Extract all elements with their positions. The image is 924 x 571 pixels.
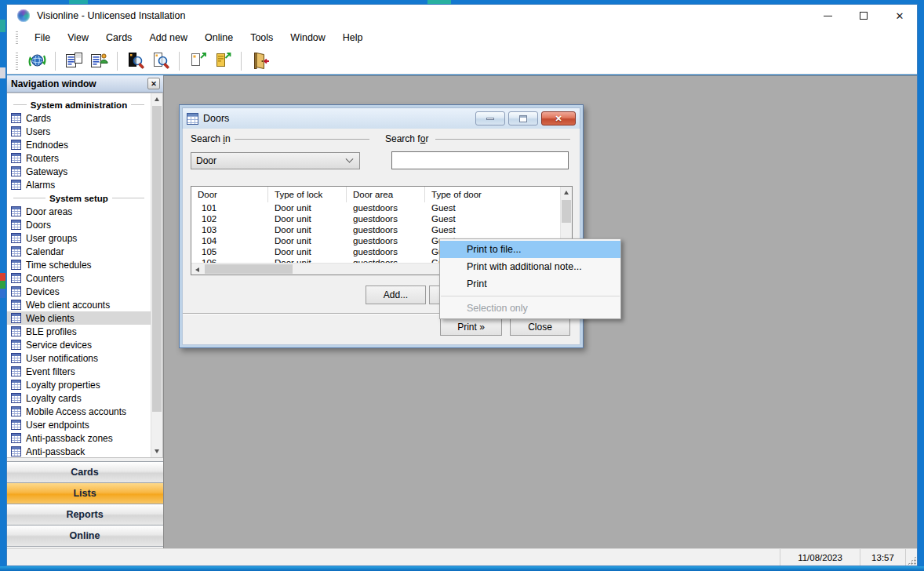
scroll-down-icon[interactable] [151,446,162,457]
nav-item-label: Users [26,126,50,137]
toolbar-button-online-globe[interactable] [26,50,48,72]
nav-item-devices[interactable]: Devices [7,285,151,298]
table-row[interactable]: 102Door unitguestdoorsGuest [191,213,572,224]
section-header-label: System administration [31,100,127,110]
table-row[interactable]: 103Door unitguestdoorsGuest [191,224,572,235]
nav-button-cards[interactable]: Cards [6,461,163,483]
context-menu-item-print-to-file-[interactable]: Print to file... [440,241,620,258]
add-button[interactable]: Add... [366,286,426,304]
nav-item-user-notifications[interactable]: User notifications [7,351,151,365]
app-titlebar[interactable]: Visionline - Unlicensed Installation [6,4,918,27]
nav-item-endnodes[interactable]: Endnodes [7,138,151,151]
dialog-maximize-button[interactable] [508,111,538,125]
nav-item-loyalty-properties[interactable]: Loyalty properties [7,378,151,391]
toolbar-button-card-issue[interactable] [212,50,234,72]
nav-item-web-clients[interactable]: Web clients [7,311,151,325]
nav-item-counters[interactable]: Counters [7,271,151,285]
column-header-type-of-door[interactable]: Type of door [425,187,572,202]
context-menu-item-print-with-additional-note-[interactable]: Print with additional note... [440,258,620,275]
nav-button-reports[interactable]: Reports [6,504,163,526]
table-cell: guestdoors [347,202,425,213]
maximize-button[interactable] [846,4,882,27]
scrollbar-thumb[interactable] [562,200,571,223]
nav-item-user-endpoints[interactable]: User endpoints [7,418,151,431]
search-in-dropdown[interactable]: Door [191,152,360,169]
nav-item-door-areas[interactable]: Door areas [7,205,151,218]
resize-grip-icon[interactable] [905,549,918,566]
search-for-input[interactable] [391,151,569,169]
nav-item-anti-passback[interactable]: Anti-passback [7,445,151,458]
nav-item-alarms[interactable]: Alarms [7,178,151,191]
toolbar-button-card-search-dark[interactable] [125,50,147,72]
nav-button-online[interactable]: Online [6,525,163,547]
toolbar-button-report-cards[interactable] [63,50,85,72]
scrollbar-thumb[interactable] [205,264,293,274]
column-header-door-area[interactable]: Door area [347,187,425,202]
menubar-gripper[interactable] [16,31,18,44]
nav-item-cards[interactable]: Cards [7,111,151,125]
menu-view[interactable]: View [59,27,97,48]
nav-item-gateways[interactable]: Gateways [7,165,151,178]
nav-item-doors[interactable]: Doors [7,218,151,231]
menu-tools[interactable]: Tools [242,27,282,48]
column-header-door[interactable]: Door [191,187,268,202]
nav-button-lists[interactable]: Lists [6,482,163,504]
toolbar-button-card-search[interactable] [150,50,172,72]
table-cell: Door unit [268,224,347,235]
nav-item-loyalty-cards[interactable]: Loyalty cards [7,391,151,405]
nav-item-users[interactable]: Users [7,125,151,138]
dialog-close-action-button[interactable]: Close [510,318,570,336]
nav-item-label: Service devices [26,340,92,351]
nav-item-calendar[interactable]: Calendar [7,245,151,258]
scroll-up-icon[interactable] [151,93,162,105]
table-cell: 101 [191,202,268,213]
toolbar-button-card-checkout[interactable] [187,50,209,72]
dialog-close-button[interactable] [541,111,576,125]
nav-item-user-groups[interactable]: User groups [7,231,151,245]
nav-item-label: User endpoints [26,420,89,431]
dialog-controls [475,111,576,125]
dialog-minimize-button[interactable] [475,111,505,125]
navigation-close-button[interactable] [147,78,160,89]
menu-add-new[interactable]: Add new [140,27,196,48]
table-icon [11,220,21,230]
table-icon [11,286,21,296]
menu-online[interactable]: Online [196,27,242,48]
nav-item-event-filters[interactable]: Event filters [7,365,151,378]
nav-item-anti-passback-zones[interactable]: Anti-passback zones [7,431,151,445]
table-cell: Guest [425,213,572,224]
nav-item-web-client-accounts[interactable]: Web client accounts [7,298,151,311]
table-cell: guestdoors [347,246,425,257]
nav-item-label: Mobile Access accounts [26,406,126,417]
scrollbar-thumb[interactable] [152,106,162,412]
nav-item-label: Calendar [26,246,64,257]
statusbar: 11/08/2023 13:57 [6,548,918,566]
table-icon [11,153,21,163]
nav-item-service-devices[interactable]: Service devices [7,338,151,351]
nav-item-routers[interactable]: Routers [7,151,151,165]
close-button[interactable] [882,4,918,27]
toolbar-gripper[interactable] [16,53,18,70]
minimize-button[interactable] [809,4,846,27]
table-row[interactable]: 101Door unitguestdoorsGuest [191,202,572,213]
navigation-list: System administrationCardsUsersEndnodesR… [6,93,163,458]
menu-window[interactable]: Window [282,27,333,48]
toolbar-button-report-users[interactable] [88,50,110,72]
nav-item-label: Gateways [26,166,67,177]
nav-item-time-schedules[interactable]: Time schedules [7,258,151,271]
nav-item-mobile-access-accounts[interactable]: Mobile Access accounts [7,405,151,418]
scroll-up-icon[interactable] [561,187,572,198]
menu-help[interactable]: Help [334,27,372,48]
context-menu-item-print[interactable]: Print [440,275,620,293]
nav-item-ble-profiles[interactable]: BLE profiles [7,325,151,338]
menu-file[interactable]: File [26,27,59,48]
navigation-scrollbar[interactable] [151,93,162,457]
toolbar-button-door-exit[interactable] [249,50,271,72]
column-header-type-of-lock[interactable]: Type of lock [268,187,347,202]
scroll-left-icon[interactable] [191,264,203,275]
menu-cards[interactable]: Cards [97,27,140,48]
menubar-items: FileViewCardsAdd newOnlineToolsWindowHel… [26,27,372,48]
dialog-titlebar[interactable]: Doors [182,107,580,129]
toolbar-separator [179,52,180,71]
print-button[interactable]: Print » [440,318,502,336]
